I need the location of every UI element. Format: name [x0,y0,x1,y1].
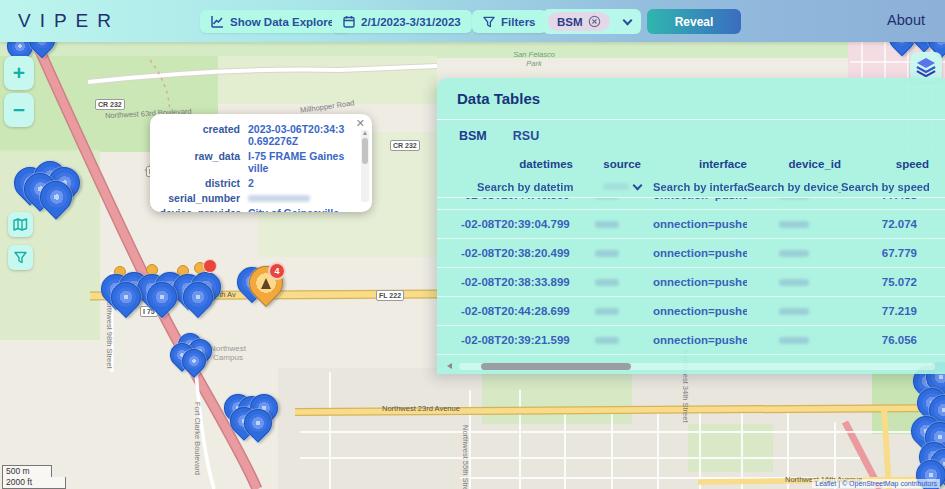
popup-field-value: City of Gainesville [248,207,346,212]
zoom-control: + − [4,56,34,127]
table-row[interactable]: -02-08T20:44:28.699 onnection=pushed, w … [437,297,945,326]
popup-field-key: device_provider [156,207,240,212]
chevron-down-icon [622,15,632,25]
source-filter-select[interactable] [573,183,641,190]
bsm-chip-label: BSM [557,16,583,28]
cell-speed: 75.072 [841,276,929,288]
scroll-up-icon[interactable] [363,131,367,135]
marker-popup: ✕ created 2023-03-06T20:34:30.692276Z ra… [150,114,372,212]
table-header-row: datetimes source interface device_id spe… [437,152,945,176]
filter-icon [483,16,495,28]
filters-label: Filters [501,16,536,28]
search-datetimes-input[interactable] [461,181,573,193]
map-icon [13,218,28,231]
col-header-device-id: device_id [747,158,841,170]
map-filter-button[interactable] [8,245,33,270]
cell-speed: 77.488 [841,198,929,201]
table-search-row [437,176,945,198]
cell-interface: onnection=pushed, w [641,276,747,288]
col-header-source: source [573,158,641,170]
route-shield: FL 222 [376,290,404,301]
search-speed-input[interactable] [841,181,929,193]
cell-interface: onnection=pushed, w [641,218,747,230]
zoom-out-button[interactable]: − [4,93,34,127]
filters-button[interactable]: Filters [472,10,547,33]
panel-header: Data Tables [437,78,945,120]
cell-device-id [747,334,841,346]
tab-rsu[interactable]: RSU [513,129,539,143]
cell-source [573,334,641,346]
show-data-explorer-button[interactable]: Show Data Explorer [200,10,350,33]
cell-datetime: -02-08T20:44:46.599 [461,198,573,201]
basemap-button[interactable] [8,212,33,237]
cell-speed: 72.074 [841,218,929,230]
popup-field-key: serial_number [156,192,240,204]
layers-icon [915,57,937,77]
road-label: Northwest 23rd Avenue [382,404,460,413]
cell-device-id [747,218,841,230]
cell-speed: 77.219 [841,305,929,317]
scale-imperial: 2000 ft [2,477,66,489]
scroll-thumb[interactable] [481,363,631,370]
cell-device-id [747,198,841,201]
zoom-in-button[interactable]: + [4,56,34,90]
cell-interface: onnection=pushed, w [641,334,747,346]
popup-scrollbar[interactable] [361,130,369,202]
cell-datetime: -02-08T20:44:28.699 [461,305,573,317]
data-tables-panel: Data Tables BSM RSU datetimes source int… [437,78,945,374]
search-interface-input[interactable] [641,181,747,193]
app-logo[interactable]: VIPER [18,10,120,32]
chart-icon [211,15,224,28]
remove-chip-icon[interactable] [588,15,601,28]
panel-tabs: BSM RSU [437,120,945,152]
search-device-id-input[interactable] [747,181,841,193]
popup-field-value: I-75 FRAME Gainesville [248,150,346,174]
col-header-speed: speed [841,158,929,170]
reveal-button[interactable]: Reveal [647,9,741,34]
scroll-left-icon[interactable] [447,363,452,369]
table-row[interactable]: -02-08T20:39:21.599 onnection=pushed, w … [437,326,945,355]
cell-speed: 67.779 [841,247,929,259]
cell-speed: 76.056 [841,334,929,346]
table-body: -02-08T20:44:46.599 onnection=pushed, w … [437,198,945,360]
table-row[interactable]: -02-08T20:38:33.899 onnection=pushed, w … [437,268,945,297]
popup-field-key: created [156,123,240,147]
cell-datetime: -02-08T20:39:21.599 [461,334,573,346]
table-row[interactable]: -02-08T20:44:46.599 onnection=pushed, w … [437,198,945,210]
road-label: Fort Clarke Boulevard [193,402,202,475]
cell-device-id [747,276,841,288]
table-row[interactable]: -02-08T20:38:20.499 onnection=pushed, w … [437,239,945,268]
popup-close-icon[interactable]: ✕ [356,118,365,129]
cluster-count-badge[interactable] [203,259,217,273]
cell-source [573,276,641,288]
tab-bsm[interactable]: BSM [459,129,487,143]
scroll-track[interactable] [459,363,935,370]
popup-field-value: 2 [248,177,346,189]
cell-source [573,218,641,230]
bsm-filter-chip[interactable]: BSM [548,12,610,31]
park-label: San Felasco Park [505,50,563,68]
panel-title: Data Tables [457,90,540,107]
date-range-label: 2/1/2023-3/31/2023 [361,16,461,28]
cell-device-id [747,305,841,317]
top-navbar: VIPER Show Data Explorer 2/1/2023-3/31/2… [0,0,945,42]
about-link[interactable]: About [887,12,925,28]
cell-source [573,198,641,201]
map-attribution: Leaflet | © OpenStreetMap contributors [812,479,940,488]
popup-field-key: district [156,177,240,189]
scroll-thumb[interactable] [362,138,368,164]
cell-datetime: -02-08T20:39:04.799 [461,218,573,230]
cluster-count-badge[interactable]: 4 [268,262,286,280]
calendar-icon [343,15,355,28]
viper-app: Northwest 63rd Boulevard Millhopper Road… [0,0,945,489]
popup-field-key: raw_data [156,150,240,174]
message-type-dropdown[interactable]: BSM [543,9,641,34]
cell-source [573,247,641,259]
table-row[interactable]: -02-08T20:39:04.799 onnection=pushed, w … [437,210,945,239]
route-shield: CR 232 [390,140,420,151]
col-header-interface: interface [641,158,747,170]
date-range-button[interactable]: 2/1/2023-3/31/2023 [332,10,472,33]
table-horizontal-scrollbar[interactable] [445,360,937,373]
route-shield: CR 232 [95,99,125,110]
cell-interface: onnection=pushed, w [641,305,747,317]
